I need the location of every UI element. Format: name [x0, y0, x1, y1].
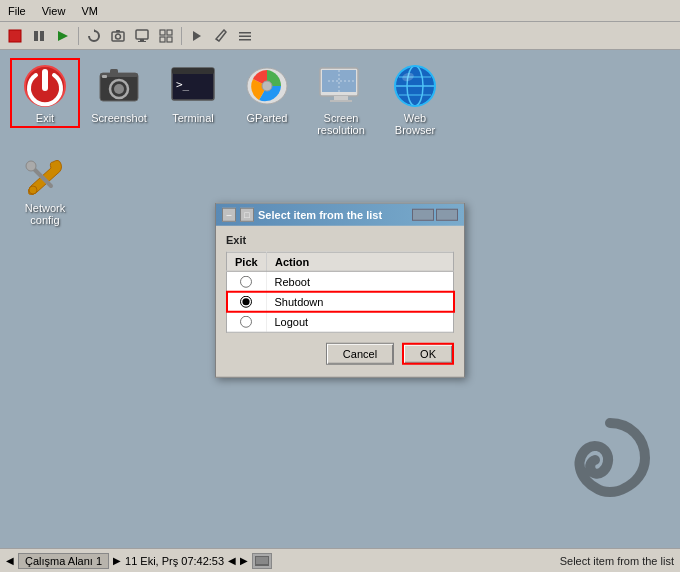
- taskbar-datetime: 11 Eki, Prş 07:42:53: [125, 555, 224, 567]
- svg-rect-18: [239, 35, 251, 37]
- table-row: Reboot: [227, 271, 454, 292]
- svg-rect-10: [138, 41, 146, 42]
- svg-rect-0: [9, 30, 21, 42]
- pick-logout[interactable]: [227, 312, 267, 332]
- taskbar-status: Select item from the list: [560, 555, 674, 567]
- toolbar-monitor-btn[interactable]: [131, 25, 153, 47]
- menu-vm[interactable]: VM: [77, 4, 102, 18]
- toolbar-stop-btn[interactable]: [4, 25, 26, 47]
- toolbar-refresh-btn[interactable]: [83, 25, 105, 47]
- svg-line-16: [216, 39, 219, 41]
- pick-shutdown[interactable]: [227, 292, 267, 312]
- toolbar-screenshot-btn[interactable]: [107, 25, 129, 47]
- toolbar-menu-btn[interactable]: [234, 25, 256, 47]
- svg-marker-3: [58, 31, 68, 41]
- dialog-section-label: Exit: [226, 234, 454, 246]
- menu-file[interactable]: File: [4, 4, 30, 18]
- ok-button[interactable]: OK: [402, 343, 454, 365]
- svg-rect-8: [136, 30, 148, 39]
- radio-shutdown[interactable]: [240, 296, 252, 308]
- svg-rect-11: [160, 30, 165, 35]
- svg-rect-12: [167, 30, 172, 35]
- svg-rect-13: [160, 37, 165, 42]
- menu-view[interactable]: View: [38, 4, 70, 18]
- action-logout: Logout: [267, 312, 454, 333]
- dialog-titlebar-buttons: [412, 209, 458, 221]
- svg-rect-19: [239, 39, 251, 41]
- toolbar-sep-1: [78, 27, 79, 45]
- toolbar-forward-btn[interactable]: [186, 25, 208, 47]
- svg-rect-9: [140, 39, 144, 41]
- col-pick: Pick: [227, 252, 267, 271]
- taskbar-nav-prev[interactable]: ◀: [6, 555, 14, 566]
- cancel-button[interactable]: Cancel: [326, 343, 394, 365]
- taskbar-nav-dt-next[interactable]: ▶: [240, 555, 248, 566]
- radio-logout[interactable]: [240, 316, 252, 328]
- taskbar-applet: [252, 553, 272, 569]
- action-reboot: Reboot: [267, 271, 454, 292]
- toolbar: [0, 22, 680, 50]
- dialog-maximize-btn[interactable]: □: [240, 208, 254, 222]
- action-shutdown: Shutdown: [267, 292, 454, 312]
- dialog-title: Select item from the list: [258, 209, 382, 221]
- dialog-buttons: Cancel OK: [226, 343, 454, 369]
- taskbar-nav-next[interactable]: ▶: [113, 555, 121, 566]
- toolbar-pause-btn[interactable]: [28, 25, 50, 47]
- svg-rect-17: [239, 32, 251, 34]
- taskbar-left: ◀ Çalışma Alanı 1 ▶ 11 Eki, Prş 07:42:53…: [6, 553, 554, 569]
- dialog-titlebar: – □ Select item from the list: [216, 204, 464, 226]
- svg-rect-7: [116, 30, 120, 32]
- col-action: Action: [267, 252, 454, 271]
- dialog-table: Pick Action Reboot: [226, 252, 454, 333]
- toolbar-play-btn[interactable]: [52, 25, 74, 47]
- svg-marker-15: [193, 31, 201, 41]
- svg-rect-14: [167, 37, 172, 42]
- taskbar-nav-dt-prev[interactable]: ◀: [228, 555, 236, 566]
- dialog-titlebar-left: – □ Select item from the list: [222, 208, 382, 222]
- svg-rect-52: [256, 557, 268, 564]
- desktop: Exit Screenshot >_: [0, 50, 680, 548]
- svg-point-6: [116, 34, 121, 39]
- table-row: Logout: [227, 312, 454, 333]
- dialog-overlay: – □ Select item from the list Exit Pick: [0, 50, 680, 548]
- svg-rect-1: [34, 31, 38, 41]
- toolbar-sep-2: [181, 27, 182, 45]
- taskbar: ◀ Çalışma Alanı 1 ▶ 11 Eki, Prş 07:42:53…: [0, 548, 680, 572]
- dialog-body: Exit Pick Action Reboot: [216, 226, 464, 377]
- table-row-shutdown: Shutdown: [227, 292, 454, 312]
- exit-dialog: – □ Select item from the list Exit Pick: [215, 203, 465, 378]
- toolbar-edit-btn[interactable]: [210, 25, 232, 47]
- svg-rect-2: [40, 31, 44, 41]
- taskbar-workspace[interactable]: Çalışma Alanı 1: [18, 553, 109, 569]
- toolbar-grid-btn[interactable]: [155, 25, 177, 47]
- pick-reboot[interactable]: [227, 272, 267, 292]
- menu-bar: File View VM: [0, 0, 680, 22]
- radio-reboot[interactable]: [240, 276, 252, 288]
- dialog-minimize-btn[interactable]: –: [222, 208, 236, 222]
